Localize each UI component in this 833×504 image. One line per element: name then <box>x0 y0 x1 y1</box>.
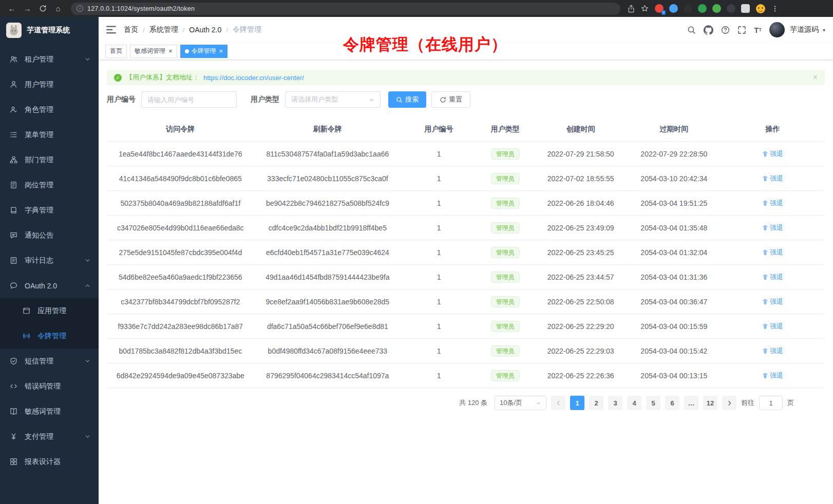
breadcrumb-item[interactable]: OAuth 2.0 <box>189 26 221 34</box>
alert-doc-link[interactable]: https://doc.iocoder.cn/user-center/ <box>203 74 304 82</box>
breadcrumb-separator: / <box>183 26 185 34</box>
cell-user-type: 管理员 <box>477 173 534 184</box>
tab-close-icon[interactable]: × <box>168 48 173 54</box>
browser-refresh-icon[interactable] <box>36 2 49 15</box>
github-icon[interactable] <box>704 25 713 35</box>
user-type-select[interactable]: 请选择用户类型 <box>285 91 381 108</box>
sidebar-item-role[interactable]: 角色管理 <box>0 97 99 122</box>
page-button-4[interactable]: 4 <box>627 396 641 410</box>
browser-profile-avatar[interactable] <box>756 4 765 13</box>
page-button-6[interactable]: 6 <box>665 396 679 410</box>
sidebar-toggle-icon[interactable] <box>106 26 116 34</box>
sidebar-item-notice[interactable]: 通知公告 <box>0 223 99 248</box>
page-button-5[interactable]: 5 <box>646 396 660 410</box>
force-logout-button[interactable]: 强退 <box>762 174 783 183</box>
cell-expire-time: 2054-03-04 00:15:42 <box>628 347 721 355</box>
force-logout-button[interactable]: 强退 <box>762 273 783 282</box>
cell-expire-time: 2054-03-04 19:51:25 <box>628 199 721 207</box>
breadcrumb-item[interactable]: 首页 <box>124 25 138 34</box>
cell-access-token: c347026e805e4d99b0d116eae66eda8c <box>107 224 254 232</box>
extension-icon-blue-drop[interactable] <box>669 4 678 13</box>
extension-icon-red[interactable]: 0 <box>655 4 664 13</box>
browser-home-icon[interactable]: ⌂ <box>51 2 65 15</box>
sidebar-item-oauth2[interactable]: OAuth 2.0 <box>0 273 99 298</box>
search-icon[interactable] <box>687 26 696 34</box>
extension-icon-dark-circle[interactable] <box>684 4 692 13</box>
share-icon[interactable] <box>628 5 635 13</box>
bookmark-star-icon[interactable] <box>641 5 649 12</box>
force-logout-button[interactable]: 强退 <box>762 371 783 380</box>
help-icon[interactable] <box>721 26 730 34</box>
sidebar-item-post[interactable]: 岗位管理 <box>0 172 99 198</box>
search-button[interactable]: 搜索 <box>388 91 426 108</box>
sidebar-item-sms[interactable]: 短信管理 <box>0 348 99 374</box>
browser-address-bar[interactable]: i 127.0.0.1:1024/system/oauth2/token <box>71 3 620 15</box>
app-frame: 芋道管理系统 租户管理用户管理角色管理菜单管理部门管理岗位管理字典管理通知公告审… <box>0 17 833 504</box>
extension-icon-green-circle[interactable] <box>698 4 707 13</box>
force-logout-button[interactable]: 强退 <box>762 297 783 306</box>
sidebar-item-label: 用户管理 <box>25 80 90 89</box>
cell-created-time: 2022-06-25 23:49:09 <box>534 224 628 232</box>
extension-icon-panel[interactable] <box>741 4 750 13</box>
page-button-1[interactable]: 1 <box>570 396 584 410</box>
cell-user-type: 管理员 <box>477 296 534 307</box>
force-logout-button[interactable]: 强退 <box>762 149 783 159</box>
tab-close-icon[interactable]: × <box>219 48 223 54</box>
next-page-button[interactable] <box>722 396 736 410</box>
browser-back-icon[interactable]: ← <box>5 2 18 15</box>
table-body: 1ea5e44f8bc1467aaede43144f31de76811c5304… <box>107 142 825 388</box>
cell-user-type: 管理员 <box>477 345 534 357</box>
sidebar-item-report-designer[interactable]: 报表设计器 <box>0 449 99 474</box>
sidebar-item-audit-log[interactable]: 审计日志 <box>0 248 99 273</box>
cell-expire-time: 2022-07-29 22:28:50 <box>628 150 721 158</box>
token-table: 访问令牌刷新令牌用户编号用户类型创建时间过期时间操作 1ea5e44f8bc14… <box>107 118 825 388</box>
page-button-2[interactable]: 2 <box>589 396 603 410</box>
user-type-badge: 管理员 <box>491 370 520 381</box>
extension-icon-puzzle[interactable] <box>712 4 721 13</box>
sidebar-item-tenant[interactable]: 租户管理 <box>0 47 99 72</box>
user-avatar[interactable] <box>769 22 785 37</box>
user-type-badge: 管理员 <box>491 272 520 283</box>
user-type-badge: 管理员 <box>491 148 520 160</box>
sidebar-item-sensitive-word[interactable]: 敏感词管理 <box>0 399 99 424</box>
force-logout-button[interactable]: 强退 <box>762 322 783 331</box>
sms-icon <box>10 357 18 365</box>
font-size-icon[interactable]: TT <box>754 26 762 34</box>
extension-icon-paw[interactable] <box>727 4 735 13</box>
site-info-icon[interactable]: i <box>77 5 83 12</box>
sidebar-item-oauth2-app[interactable]: 应用管理 <box>0 298 99 323</box>
reset-button[interactable]: 重置 <box>431 91 470 108</box>
page-button-3[interactable]: 3 <box>608 396 622 410</box>
force-logout-button[interactable]: 强退 <box>762 223 783 232</box>
prev-page-button[interactable] <box>551 396 565 410</box>
sidebar-item-error-code[interactable]: 错误码管理 <box>0 374 99 399</box>
more-pages-button[interactable]: … <box>684 396 698 410</box>
tab-home[interactable]: 首页 <box>105 45 127 58</box>
tab-oauth2-token[interactable]: 令牌管理× <box>180 45 228 58</box>
browser-forward-icon[interactable]: → <box>21 2 34 15</box>
sidebar-item-pay[interactable]: 支付管理 <box>0 424 99 449</box>
cell-created-time: 2022-06-25 23:44:57 <box>534 273 628 281</box>
search-form: 用户编号 用户类型 请选择用户类型 搜索 重置 <box>107 91 825 108</box>
alert-close-icon[interactable]: × <box>813 73 818 82</box>
page-size-select[interactable]: 10条/页 <box>495 396 546 410</box>
user-name[interactable]: 芋道源码 <box>790 25 819 34</box>
fullscreen-icon[interactable] <box>737 26 746 34</box>
breadcrumb-item[interactable]: 系统管理 <box>149 25 178 34</box>
browser-menu-icon[interactable] <box>771 5 779 12</box>
sidebar-item-menu[interactable]: 菜单管理 <box>0 122 99 147</box>
force-logout-button[interactable]: 强退 <box>762 346 783 356</box>
page-button-12[interactable]: 12 <box>703 396 717 410</box>
goto-page-input[interactable] <box>759 396 783 410</box>
app-logo: 芋道管理系统 <box>0 17 99 44</box>
sidebar-item-user[interactable]: 用户管理 <box>0 72 99 97</box>
sidebar-item-dept[interactable]: 部门管理 <box>0 147 99 172</box>
sidebar-item-oauth2-token[interactable]: 令牌管理 <box>0 323 99 348</box>
force-logout-button[interactable]: 强退 <box>762 199 783 208</box>
sidebar-item-dict[interactable]: 字典管理 <box>0 198 99 223</box>
tab-sensitive-word[interactable]: 敏感词管理× <box>130 45 177 58</box>
user-id-input[interactable] <box>141 91 237 108</box>
sidebar-item-label: 字典管理 <box>25 206 90 215</box>
chevron-down-icon[interactable]: ▾ <box>823 27 825 33</box>
force-logout-button[interactable]: 强退 <box>762 248 783 257</box>
